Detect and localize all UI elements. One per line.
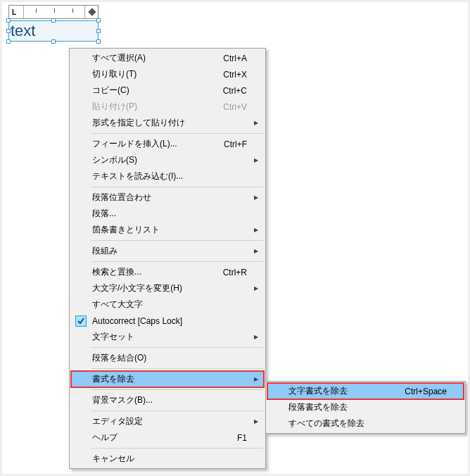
menu-item[interactable]: すべての書式を除去 [267,415,464,432]
chevron-right-icon: ▶ [254,285,258,292]
menu-item[interactable]: Autocorrect [Caps Lock] [71,313,264,329]
resize-handle[interactable] [96,29,101,33]
text-frame[interactable]: L text [8,5,99,42]
menu-item[interactable]: 大文字/小文字を変更(H)▶ [71,280,264,296]
menu-separator [91,448,263,449]
menu-item[interactable]: 文字セット▶ [71,329,264,345]
menu-item[interactable]: 背景マスク(B)... [71,392,264,408]
tab-stop-icon: L [12,8,22,16]
ruler-ticks [23,6,85,18]
menu-item-label: 貼り付け(P) [92,101,215,113]
menu-item-shortcut: Ctrl+X [223,70,247,80]
menu-item-label: 切り取り(T) [92,68,215,80]
chevron-right-icon: ▶ [254,248,258,254]
menu-item-label: シンボル(S) [92,154,247,166]
menu-item-label: 箇条書きとリスト [92,224,247,236]
menu-item[interactable]: 段落書式を除去 [267,399,464,415]
menu-item-label: 段落位置合わせ [92,192,247,203]
indent-marker-icon[interactable] [88,8,96,15]
chevron-right-icon: ▶ [254,227,258,233]
menu-item-label: 文字セット [92,331,247,343]
menu-item[interactable]: 書式を除去▶ [71,371,264,387]
menu-item-shortcut: Ctrl+Space [405,387,447,396]
menu-item-label: 書式を除去 [92,373,247,385]
ruler[interactable]: L [8,5,99,19]
menu-item[interactable]: 段落... [71,206,264,222]
menu-item-label: テキストを読み込む(I)... [92,170,247,182]
resize-handle[interactable] [51,18,56,23]
menu-item[interactable]: 検索と置換...Ctrl+R [71,264,264,280]
menu-item-label: 文字書式を除去 [288,385,396,397]
chevron-right-icon: ▶ [254,157,258,163]
menu-item-label: 検索と置換... [92,266,215,278]
menu-item[interactable]: テキストを読み込む(I)... [71,168,264,184]
chevron-right-icon: ▶ [254,418,258,425]
text-content[interactable]: text [11,22,35,40]
menu-separator [91,240,263,241]
submenu-clear-formatting: 文字書式を除去Ctrl+Space段落書式を除去すべての書式を除去 [265,381,466,434]
menu-item[interactable]: すべて選択(A)Ctrl+A [71,50,264,66]
menu-item[interactable]: 段組み▶ [71,243,264,259]
text-edit-box[interactable]: text [8,20,99,42]
resize-handle[interactable] [6,18,11,23]
menu-separator [91,133,263,134]
chevron-right-icon: ▶ [254,334,258,340]
menu-item[interactable]: 段落を結合(O) [71,350,264,366]
menu-item-label: ヘルプ [92,432,229,444]
resize-handle[interactable] [6,29,11,33]
checkmark-icon [75,315,87,327]
menu-item-label: コピー(C) [92,84,215,96]
chevron-right-icon: ▶ [254,194,258,201]
menu-item-shortcut: Ctrl+F [224,139,247,149]
menu-separator [91,261,263,262]
menu-item-label: 背景マスク(B)... [92,394,247,406]
menu-item-label: 大文字/小文字を変更(H) [92,282,247,294]
menu-separator [91,368,263,369]
context-menu: すべて選択(A)Ctrl+A切り取り(T)Ctrl+Xコピー(C)Ctrl+C貼… [69,48,266,469]
menu-item[interactable]: フィールドを挿入(L)...Ctrl+F [71,136,264,152]
menu-item[interactable]: コピー(C)Ctrl+C [71,82,264,99]
menu-item[interactable]: 切り取り(T)Ctrl+X [71,66,264,82]
menu-separator [91,389,263,390]
menu-item[interactable]: 形式を指定して貼り付け▶ [71,115,264,131]
menu-item-label: 段落... [92,208,247,220]
menu-item-label: エディタ設定 [92,415,247,427]
menu-item-label: 段落を結合(O) [92,352,247,364]
resize-handle[interactable] [96,18,101,23]
menu-item-label: フィールドを挿入(L)... [92,138,215,150]
menu-item-label: 段落書式を除去 [288,401,447,413]
menu-item-label: すべての書式を除去 [288,418,447,430]
menu-item[interactable]: すべて大文字 [71,296,264,313]
menu-item-shortcut: Ctrl+C [223,86,247,96]
menu-item[interactable]: キャンセル [71,451,264,467]
menu-item[interactable]: 文字書式を除去Ctrl+Space [267,383,464,399]
menu-separator [91,411,263,411]
menu-item-shortcut: Ctrl+R [223,268,247,277]
menu-item-label: Autocorrect [Caps Lock] [92,316,247,326]
menu-item[interactable]: ヘルプF1 [71,430,264,446]
menu-item[interactable]: エディタ設定▶ [71,413,264,430]
resize-handle[interactable] [51,39,56,44]
resize-handle[interactable] [6,39,11,44]
chevron-right-icon: ▶ [254,376,258,382]
menu-item[interactable]: シンボル(S)▶ [71,152,264,168]
menu-separator [91,347,263,348]
menu-item-shortcut: Ctrl+V [223,102,247,112]
menu-item-label: 段組み [92,245,247,257]
menu-item[interactable]: 段落位置合わせ▶ [71,189,264,206]
menu-item-label: 形式を指定して貼り付け [92,117,247,129]
resize-handle[interactable] [96,39,101,44]
menu-item-shortcut: Ctrl+A [223,54,247,63]
menu-item-label: すべて選択(A) [92,52,215,64]
menu-separator [91,187,263,187]
menu-item: 貼り付け(P)Ctrl+V [71,99,264,115]
menu-item-label: すべて大文字 [92,299,247,311]
chevron-right-icon: ▶ [254,120,258,126]
menu-item-label: キャンセル [92,453,247,465]
menu-item-shortcut: F1 [237,433,247,443]
menu-item[interactable]: 箇条書きとリスト▶ [71,222,264,238]
